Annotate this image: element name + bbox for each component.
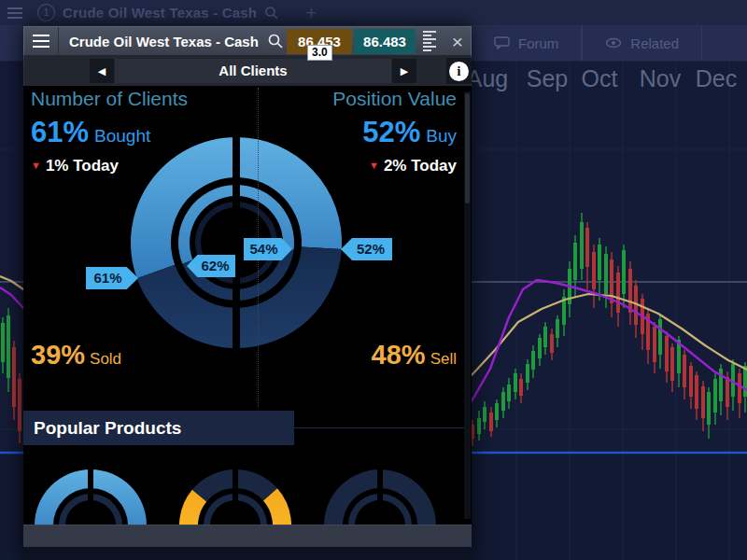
related-label: Related <box>630 35 679 51</box>
info-icon: i <box>449 62 469 81</box>
bought-change: ▼1% Today <box>31 157 119 175</box>
scrollbar-thumb[interactable] <box>465 93 470 203</box>
right-section-heading: Position Value <box>332 88 457 110</box>
info-button[interactable]: i <box>446 58 472 84</box>
bought-stat: 61%Bought <box>31 116 150 149</box>
next-filter-button[interactable]: ▶ <box>392 59 416 83</box>
sold-pct: 39% <box>31 340 85 370</box>
buy-price-button[interactable]: 86.483 <box>354 29 416 54</box>
month-label: Nov <box>640 65 681 92</box>
month-label: Dec <box>696 65 737 92</box>
buy-pct: 52% <box>362 116 420 148</box>
forum-tab[interactable]: Forum <box>471 25 582 61</box>
instrument-title: Crude Oil West Texas - Cash <box>69 34 259 49</box>
related-tab[interactable]: Related <box>582 25 702 61</box>
buy-change: ▼2% Today <box>369 157 457 175</box>
workspace-tab[interactable]: 1 Crude Oil West Texas - Cash <box>37 4 279 21</box>
sentiment-panel: Number of Clients Position Value 61%Boug… <box>23 86 472 525</box>
down-triangle-icon: ▼ <box>31 160 41 171</box>
sold-label: Sold <box>90 350 121 368</box>
forum-label: Forum <box>518 35 558 51</box>
sentiment-donut-chart <box>23 86 472 525</box>
tab-number-badge: 1 <box>37 4 55 21</box>
depth-ladder-icon[interactable] <box>423 31 438 51</box>
window-resize-bar[interactable] <box>23 525 472 547</box>
bought-change-text: 1% Today <box>46 157 119 175</box>
prev-filter-button[interactable]: ◀ <box>90 59 114 83</box>
client-filter-bar: ◀ All Clients ▶ i <box>23 56 472 86</box>
search-icon[interactable] <box>264 6 279 21</box>
window-bottom-edge <box>23 547 472 560</box>
sell-pct: 48% <box>372 340 426 370</box>
down-triangle-icon: ▼ <box>369 160 379 171</box>
scrollbar[interactable] <box>464 91 471 519</box>
left-section-heading: Number of Clients <box>31 88 188 110</box>
sell-label: Sell <box>430 350 457 368</box>
month-label: Oct <box>582 65 618 92</box>
bought-label: Bought <box>94 126 150 146</box>
buy-change-text: 2% Today <box>384 157 457 175</box>
trading-platform-screen: 1 Crude Oil West Texas - Cash + Forum Re… <box>0 0 747 560</box>
client-filter-value[interactable]: All Clients <box>115 59 391 83</box>
window-menu-icon[interactable] <box>24 27 59 55</box>
buy-label: Buy <box>426 126 457 146</box>
eye-icon <box>605 37 622 49</box>
month-label: Sep <box>527 65 568 92</box>
spread-badge: 3.0 <box>307 45 332 61</box>
client-sentiment-window: Crude Oil West Texas - Cash 86.453 86.48… <box>23 26 472 560</box>
search-icon[interactable] <box>267 33 284 49</box>
bought-pct: 61% <box>31 116 89 148</box>
new-tab-button[interactable]: + <box>305 3 317 22</box>
speech-bubble-icon <box>494 36 510 49</box>
sold-stat: 39%Sold <box>31 340 121 371</box>
month-label: Aug <box>467 65 508 92</box>
sell-stat: 48%Sell <box>372 340 457 371</box>
workspace-tab-bar: 1 Crude Oil West Texas - Cash + <box>0 0 747 26</box>
buy-stat: 52%Buy <box>362 116 457 149</box>
section-divider-line <box>294 427 465 428</box>
window-header[interactable]: Crude Oil West Texas - Cash 86.453 86.48… <box>23 26 472 56</box>
popular-products-header: Popular Products <box>23 411 294 445</box>
tab-title: Crude Oil West Texas - Cash <box>63 5 257 21</box>
app-menu-icon[interactable] <box>7 7 22 19</box>
close-icon[interactable]: × <box>445 27 470 57</box>
